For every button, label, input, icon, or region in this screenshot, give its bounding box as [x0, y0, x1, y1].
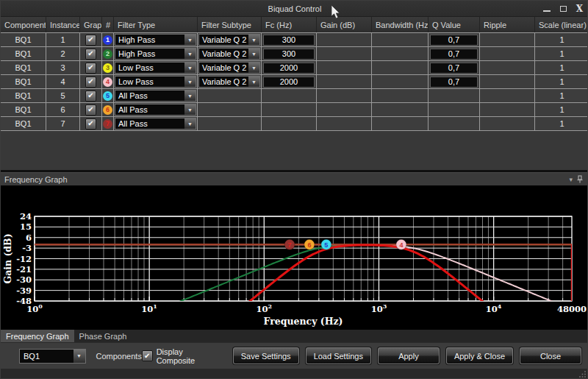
- filter-subtype-cell: Variable Q 2▼: [198, 75, 262, 88]
- close-window-button[interactable]: X: [576, 4, 583, 14]
- filter-type-select[interactable]: All Pass▼: [115, 90, 196, 102]
- fc-input[interactable]: 2000: [263, 77, 315, 88]
- fc-cell: [262, 89, 317, 102]
- load-settings-button[interactable]: Load Settings: [306, 347, 371, 364]
- column-header-[interactable]: #: [102, 17, 114, 32]
- footer-toolbar: BQ1 ▼ Components ✔ Display Composite Sav…: [1, 342, 588, 369]
- filter-type-select[interactable]: Low Pass▼: [115, 62, 196, 74]
- column-header-component[interactable]: Component: [1, 17, 46, 32]
- column-header-q-value[interactable]: Q Value: [429, 17, 480, 32]
- column-header-fc-hz[interactable]: Fc (Hz): [262, 17, 317, 32]
- y-tick-label: 24: [20, 211, 32, 222]
- graph-checkbox[interactable]: ✔: [85, 49, 96, 60]
- title-bar[interactable]: Biquad Control X: [1, 1, 588, 17]
- fc-cell: 300: [262, 47, 317, 60]
- fc-input[interactable]: 300: [263, 35, 315, 46]
- frequency-graph-area: 765424156-3-12-21-30-39-4810010110210310…: [1, 185, 588, 330]
- biquad-control-window: Biquad Control X ComponentInstanceGraph#…: [0, 0, 588, 379]
- column-header-graph[interactable]: Graph: [80, 17, 102, 32]
- chevron-down-icon: ▼: [248, 77, 259, 87]
- display-composite-checkbox[interactable]: ✔: [142, 350, 153, 361]
- apply-button[interactable]: Apply: [378, 347, 440, 364]
- close-button[interactable]: Close: [520, 347, 581, 364]
- chevron-down-icon[interactable]: ▾: [569, 176, 573, 183]
- chevron-down-icon: ▼: [184, 77, 196, 87]
- ripple-cell: [480, 117, 535, 130]
- instance-cell: 7: [46, 117, 80, 130]
- save-settings-button[interactable]: Save Settings: [233, 347, 299, 364]
- filter-type-value: High Pass: [115, 49, 184, 58]
- column-header-ripple[interactable]: Ripple: [480, 17, 535, 32]
- window-bottom-strip: [1, 369, 588, 379]
- q-value-input[interactable]: 0,7: [430, 63, 478, 74]
- x-axis-title: Frequency (Hz): [263, 316, 343, 327]
- table-empty-area: [1, 131, 588, 170]
- pin-icon[interactable]: [577, 175, 583, 183]
- gain-cell: [317, 103, 372, 116]
- filter-subtype-select[interactable]: Variable Q 2▼: [198, 62, 260, 74]
- x-tick-label: 104: [486, 302, 502, 314]
- filter-type-value: High Pass: [115, 35, 184, 44]
- q-value-input[interactable]: 0,7: [430, 35, 478, 46]
- column-header-bandwidth-hz[interactable]: Bandwidth (Hz): [372, 17, 429, 32]
- filter-number-badge: 6: [103, 105, 112, 115]
- filter-number-badge: 7: [103, 119, 112, 129]
- q-value-input[interactable]: 0,7: [430, 49, 478, 60]
- chevron-down-icon: ▼: [73, 350, 85, 363]
- graph-checkbox[interactable]: ✔: [85, 63, 96, 74]
- filter-type-value: All Pass: [115, 105, 184, 114]
- column-header-filter-type[interactable]: Filter Type: [114, 17, 198, 32]
- tab-phase-graph[interactable]: Phase Graph: [74, 330, 132, 342]
- minimize-button[interactable]: [543, 6, 551, 12]
- filter-type-select[interactable]: High Pass▼: [115, 34, 196, 46]
- column-header-gain-db[interactable]: Gain (dB): [317, 17, 372, 32]
- chevron-down-icon: ▼: [184, 49, 196, 59]
- filter-type-select[interactable]: All Pass▼: [115, 104, 196, 116]
- fc-input[interactable]: 300: [263, 49, 315, 60]
- fc-cell: 2000: [262, 75, 317, 88]
- graph-cell: ✔: [80, 103, 102, 116]
- graph-checkbox[interactable]: ✔: [85, 35, 96, 46]
- filter-marker-7[interactable]: 7: [284, 239, 295, 249]
- x-tick-label: 48000: [557, 304, 587, 314]
- ripple-cell: [480, 89, 535, 102]
- y-tick-label: 15: [20, 222, 32, 232]
- apply-close-button[interactable]: Apply & Close: [446, 347, 513, 364]
- number-cell: 5: [102, 89, 114, 102]
- column-header-instance[interactable]: Instance: [46, 17, 80, 32]
- filter-subtype-select[interactable]: Variable Q 2▼: [198, 48, 260, 60]
- maximize-button[interactable]: [560, 6, 567, 12]
- y-tick-label: -39: [16, 286, 32, 296]
- component-cell: BQ1: [1, 89, 46, 102]
- q-value-input[interactable]: 0,7: [430, 77, 478, 88]
- filter-marker-4[interactable]: 4: [396, 239, 406, 249]
- biquad-table: ComponentInstanceGraph#Filter TypeFilter…: [1, 17, 588, 131]
- column-header-scale-linear[interactable]: Scale (linear): [535, 17, 588, 32]
- filter-subtype-value: Variable Q 2: [199, 35, 248, 44]
- filter-type-select[interactable]: Low Pass▼: [115, 76, 196, 88]
- filter-subtype-select[interactable]: Variable Q 2▼: [198, 76, 260, 88]
- maximize-icon: [560, 6, 567, 12]
- component-selector[interactable]: BQ1 ▼: [19, 349, 86, 364]
- column-header-filter-subtype[interactable]: Filter Subtype: [198, 17, 262, 32]
- instance-cell: 3: [46, 61, 80, 74]
- filter-marker-5[interactable]: 5: [321, 239, 331, 249]
- bandwidth-cell: [372, 33, 429, 46]
- filter-subtype-select[interactable]: Variable Q 2▼: [198, 34, 260, 46]
- graph-checkbox[interactable]: ✔: [85, 91, 96, 102]
- filter-type-select[interactable]: High Pass▼: [115, 48, 196, 60]
- filter-type-select[interactable]: All Pass▼: [115, 118, 196, 130]
- svg-text:6: 6: [307, 241, 311, 249]
- graph-checkbox[interactable]: ✔: [85, 118, 96, 130]
- components-label: Components: [96, 352, 142, 361]
- minimize-icon: [543, 10, 551, 12]
- tab-frequency-graph[interactable]: Frequency Graph: [1, 330, 74, 342]
- graph-cell: ✔: [80, 117, 102, 130]
- fc-input[interactable]: 2000: [263, 63, 315, 74]
- graph-cell: ✔: [80, 47, 102, 60]
- resize-grip[interactable]: [579, 370, 587, 378]
- graph-checkbox[interactable]: ✔: [85, 77, 96, 88]
- graph-checkbox[interactable]: ✔: [85, 105, 96, 116]
- filter-type-value: All Pass: [115, 119, 184, 128]
- filter-marker-6[interactable]: 6: [304, 239, 315, 249]
